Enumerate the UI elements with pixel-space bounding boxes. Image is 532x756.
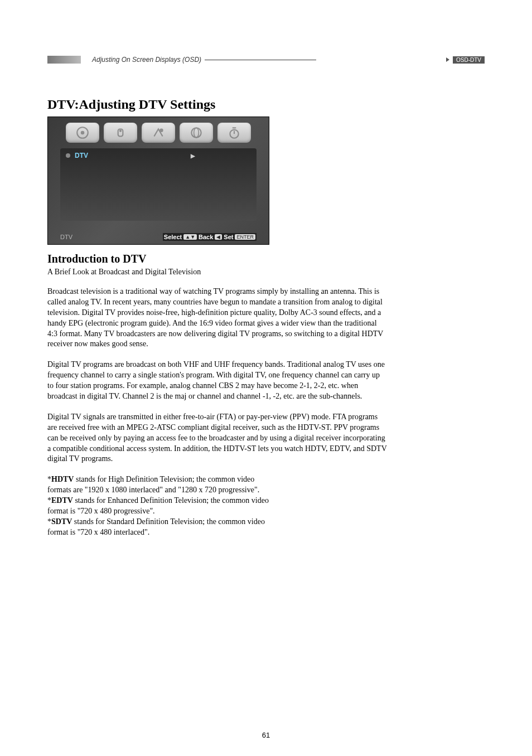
chevron-right-icon (445, 57, 451, 62)
play-icon: ▶ (191, 153, 195, 159)
header-tag: OSD-DTV (453, 56, 485, 64)
intro-paragraph-3: Digital TV signals are transmitted in ei… (47, 412, 388, 464)
svg-point-5 (159, 128, 163, 132)
def-edtv-line1: *EDTV stands for Enhanced Definition Tel… (47, 496, 393, 506)
key-enter-icon: ENTER (235, 234, 255, 240)
def-hdtv-line1: *HDTV stands for High Definition Televis… (47, 474, 393, 485)
header-tag-wrap: OSD-DTV (445, 56, 485, 64)
svg-point-7 (194, 128, 199, 137)
osd-menu-item-label: DTV (75, 152, 88, 159)
osd-footer: DTV Select ▲▼ Back ◀ Set ENTER (60, 233, 257, 241)
osd-footer-hints: Select ▲▼ Back ◀ Set ENTER (163, 233, 257, 241)
osd-tab-settings-icon (142, 123, 175, 143)
osd-tab-globe-icon (180, 123, 213, 143)
header-rule (205, 60, 316, 60)
section-heading-intro: Introduction to DTV (47, 253, 485, 265)
def-sdtv-line2: format is "720 x 480 interlaced". (47, 527, 393, 538)
svg-point-2 (81, 131, 85, 135)
header-section-title: Adjusting On Screen Displays (OSD) (92, 56, 201, 64)
def-edtv-label: EDTV (51, 496, 73, 505)
osd-tab-picture-icon (66, 123, 99, 143)
key-updown-icon: ▲▼ (183, 234, 197, 240)
def-sdtv-text1: stands for Standard Definition Televisio… (72, 517, 265, 526)
header-section-wrap: Adjusting On Screen Displays (OSD) (92, 56, 316, 64)
header-decor-bar (47, 56, 81, 64)
definitions-list: *HDTV stands for High Definition Televis… (47, 474, 393, 537)
key-left-icon: ◀ (215, 234, 222, 240)
page-title: DTV:Adjusting DTV Settings (47, 97, 485, 112)
def-edtv-text1: stands for Enhanced Definition Televisio… (73, 496, 269, 505)
def-edtv-line2: format is "720 x 480 progressive". (47, 506, 393, 517)
svg-marker-0 (446, 57, 449, 62)
hint-back-label: Back (199, 234, 213, 240)
svg-point-6 (191, 128, 201, 137)
header-left: Adjusting On Screen Displays (OSD) (47, 56, 316, 64)
hint-select-label: Select (164, 234, 182, 240)
def-hdtv-label: HDTV (51, 475, 74, 483)
svg-point-4 (119, 130, 122, 132)
osd-tab-timer-icon (217, 123, 251, 143)
def-hdtv-line2: formats are "1920 x 1080 interlaced" and… (47, 485, 393, 496)
intro-paragraph-2: Digital TV programs are broadcast on bot… (47, 360, 388, 402)
osd-screenshot: DTV ▶ DTV Select ▲▼ Back ◀ Set ENTER (47, 117, 269, 245)
osd-menu-panel: DTV ▶ (60, 148, 257, 221)
bullet-icon (66, 153, 70, 158)
def-sdtv-line1: *SDTV stands for Standard Definition Tel… (47, 517, 393, 527)
osd-footer-tab-label: DTV (60, 234, 72, 240)
osd-menu-row-dtv: DTV ▶ (66, 152, 251, 159)
osd-tab-row (48, 117, 269, 145)
page-number: 61 (0, 731, 532, 739)
intro-paragraph-1: Broadcast television is a traditional wa… (47, 287, 388, 350)
hint-set-label: Set (224, 234, 233, 240)
def-sdtv-label: SDTV (51, 517, 72, 526)
section-subhead: A Brief Look at Broadcast and Digital Te… (47, 268, 485, 277)
def-hdtv-text1: stands for High Definition Television; t… (74, 475, 254, 483)
osd-tab-audio-icon (104, 123, 137, 143)
page-header: Adjusting On Screen Displays (OSD) OSD-D… (47, 56, 485, 64)
